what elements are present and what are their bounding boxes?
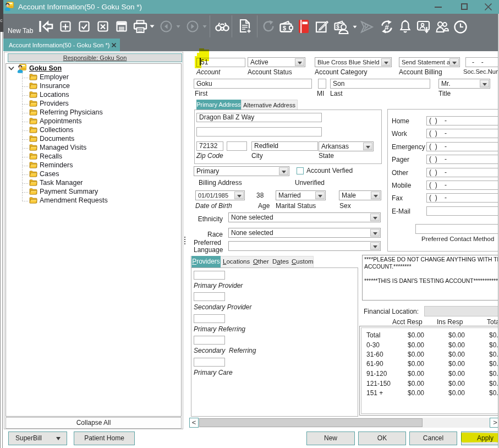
svg-text:$: $ [283, 25, 286, 31]
svg-text:#: # [385, 23, 389, 31]
svg-text:$: $ [336, 24, 339, 30]
